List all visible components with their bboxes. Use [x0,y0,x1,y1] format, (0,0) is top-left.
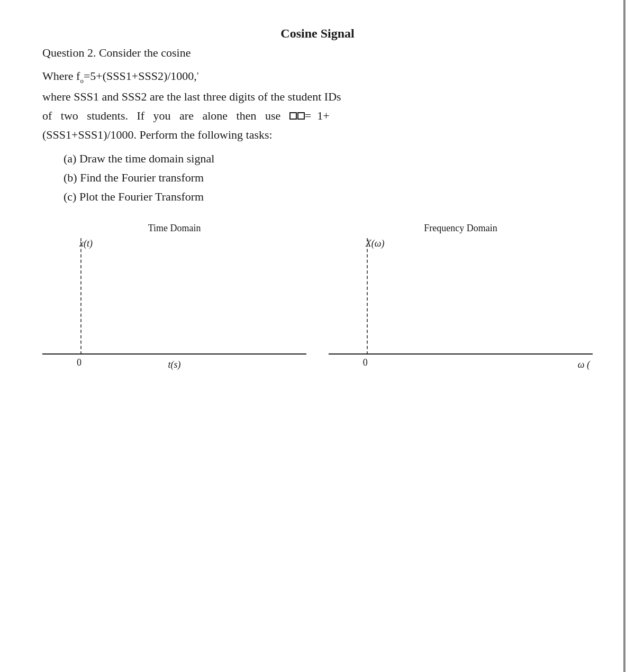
x-omega-label: X(ω) [366,238,385,249]
frequency-domain-label: Frequency Domain [329,223,593,234]
freq-zero-label: 0 [363,357,368,368]
task-b: (b) Find the Fourier transform [64,168,593,187]
box-symbol [289,112,305,120]
time-zero-label: 0 [77,357,81,368]
page-title: Cosine Signal [42,26,593,41]
question-intro: Question 2. Consider the cosine [42,46,593,60]
time-h-axis [42,353,306,355]
t-s-label: t(s) [168,359,181,370]
time-domain-graph: x(t) t(s) 0 [42,238,306,376]
body-paragraph: where SSS1 and SSS2 are the last three d… [42,87,593,145]
graphs-section: Time Domain x(t) t(s) 0 Frequency Domain… [42,223,593,376]
omega-label: ω ( [578,359,590,370]
frequency-domain-graph: X(ω) 0 ω ( [329,238,593,376]
task-a: (a) Draw the time domain signal [64,149,593,168]
time-domain-container: Time Domain x(t) t(s) 0 [42,223,306,376]
time-domain-label: Time Domain [42,223,306,234]
where-line: Where fo=5+(SSS1+SSS2)/1000,, [42,68,593,85]
frequency-domain-container: Frequency Domain X(ω) 0 ω ( [329,223,593,376]
freq-h-axis [329,353,593,355]
freq-v-dashed [367,238,368,355]
tasks-list: (a) Draw the time domain signal (b) Find… [64,149,593,207]
task-c: (c) Plot the Fourier Transform [64,187,593,206]
time-v-dashed [80,238,81,355]
